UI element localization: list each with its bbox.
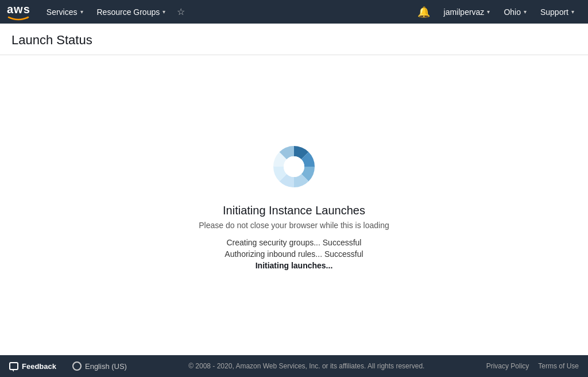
page-title: Launch Status bbox=[11, 33, 577, 48]
user-label: jamilpervaz bbox=[444, 7, 485, 17]
feedback-label: Feedback bbox=[22, 362, 56, 371]
favorites-icon[interactable]: ☆ bbox=[172, 0, 189, 24]
services-chevron-icon: ▾ bbox=[80, 9, 83, 15]
bell-icon[interactable]: 🔔 bbox=[411, 0, 437, 24]
user-chevron-icon: ▾ bbox=[487, 9, 490, 15]
region-menu[interactable]: Ohio ▾ bbox=[497, 0, 533, 24]
step-3: Initiating launches... bbox=[199, 261, 389, 270]
page-header: Launch Status bbox=[0, 24, 588, 55]
chat-bubble-icon bbox=[9, 362, 18, 370]
resource-groups-nav-item[interactable]: Resource Groups ▾ bbox=[90, 0, 173, 24]
content-area: Initiating Instance Launches Please do n… bbox=[0, 55, 588, 355]
footer-links: Privacy Policy Terms of Use bbox=[486, 362, 579, 370]
navbar-left: aws Services ▾ Resource Groups ▾ ☆ bbox=[7, 0, 189, 24]
please-wait-text: Please do not close your browser while t… bbox=[199, 221, 389, 230]
initiating-title: Initiating Instance Launches bbox=[199, 204, 389, 217]
step-1: Creating security groups... Successful bbox=[199, 238, 389, 247]
globe-icon bbox=[72, 361, 82, 371]
language-selector[interactable]: English (US) bbox=[72, 361, 127, 371]
navbar: aws Services ▾ Resource Groups ▾ ☆ 🔔 jam… bbox=[0, 0, 588, 24]
status-text-container: Initiating Instance Launches Please do n… bbox=[199, 204, 389, 270]
support-menu[interactable]: Support ▾ bbox=[533, 0, 581, 24]
region-chevron-icon: ▾ bbox=[524, 9, 527, 15]
loading-spinner bbox=[268, 141, 320, 193]
navbar-right: 🔔 jamilpervaz ▾ Ohio ▾ Support ▾ bbox=[411, 0, 581, 24]
svg-point-1 bbox=[284, 156, 304, 177]
status-steps: Creating security groups... Successful A… bbox=[199, 238, 389, 270]
step-2: Authorizing inbound rules... Successful bbox=[199, 249, 389, 259]
aws-logo[interactable]: aws bbox=[7, 3, 30, 21]
services-nav-item[interactable]: Services ▾ bbox=[40, 0, 90, 24]
privacy-policy-link[interactable]: Privacy Policy bbox=[486, 362, 529, 370]
language-label: English (US) bbox=[85, 362, 127, 371]
aws-smile-icon bbox=[7, 15, 29, 21]
user-menu[interactable]: jamilpervaz ▾ bbox=[437, 0, 497, 24]
resource-groups-label: Resource Groups bbox=[97, 7, 160, 17]
main-content: Launch Status bbox=[0, 24, 588, 355]
spinner-container: Initiating Instance Launches Please do n… bbox=[199, 141, 389, 270]
support-label: Support bbox=[540, 7, 568, 17]
footer: Feedback English (US) © 2008 - 2020, Ama… bbox=[0, 355, 588, 377]
footer-left: Feedback English (US) bbox=[9, 361, 127, 371]
support-chevron-icon: ▾ bbox=[571, 9, 574, 15]
feedback-button[interactable]: Feedback bbox=[9, 362, 56, 371]
region-label: Ohio bbox=[504, 7, 521, 17]
footer-copyright: © 2008 - 2020, Amazon Web Services, Inc.… bbox=[127, 362, 486, 370]
services-label: Services bbox=[47, 7, 78, 17]
aws-logo-text: aws bbox=[7, 3, 30, 15]
resource-groups-chevron-icon: ▾ bbox=[163, 9, 165, 15]
terms-of-use-link[interactable]: Terms of Use bbox=[538, 362, 579, 370]
